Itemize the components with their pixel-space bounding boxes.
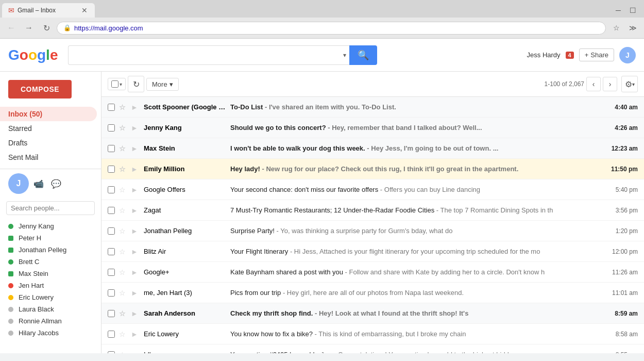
user-mini-avatar[interactable]: J	[8, 173, 29, 194]
search-input[interactable]	[68, 45, 349, 65]
settings-button[interactable]: ⚙ ▾	[621, 76, 638, 92]
table-row[interactable]: ☆ ► Jenny Kang Should we go to this conc…	[101, 118, 644, 138]
important-icon[interactable]: ►	[129, 308, 140, 319]
star-icon[interactable]: ☆	[117, 185, 127, 195]
important-icon[interactable]: ►	[129, 143, 140, 154]
sidebar: COMPOSE Inbox (50) Starred Drafts Sent M…	[0, 72, 101, 353]
important-icon[interactable]: ►	[129, 205, 140, 216]
sidebar-item-drafts[interactable]: Drafts	[0, 136, 97, 150]
important-icon[interactable]: ►	[129, 123, 140, 133]
tab-close-button[interactable]: ✕	[80, 6, 89, 14]
row-checkbox[interactable]	[108, 227, 115, 235]
select-all-checkbox-wrap[interactable]: ▾	[108, 78, 126, 90]
row-checkbox[interactable]	[108, 166, 115, 173]
table-row[interactable]: ☆ ► Emily Million Hey lady! - New rug fo…	[101, 159, 644, 179]
row-checkbox[interactable]	[108, 145, 115, 152]
table-row[interactable]: ☆ ► Jonathan Pelleg Surprise Party! - Yo…	[101, 221, 644, 241]
star-icon[interactable]: ☆	[117, 329, 127, 339]
table-row[interactable]: ☆ ► Sarah Anderson Check my thrift shop …	[101, 303, 644, 324]
star-icon[interactable]: ☆	[117, 308, 127, 319]
reload-button[interactable]: ↻	[39, 21, 54, 35]
important-icon[interactable]: ►	[129, 267, 140, 277]
compose-button[interactable]: COMPOSE	[8, 80, 72, 99]
row-checkbox[interactable]	[108, 186, 115, 193]
star-icon[interactable]: ☆	[117, 226, 127, 236]
back-button[interactable]: ←	[4, 21, 19, 35]
row-checkbox[interactable]	[108, 351, 115, 354]
row-checkbox[interactable]	[108, 104, 115, 111]
hangout-button[interactable]: 💬	[48, 176, 64, 191]
star-icon[interactable]: ☆	[117, 164, 127, 174]
next-page-button[interactable]: ›	[603, 77, 617, 91]
important-icon[interactable]: ►	[129, 164, 140, 174]
contact-item[interactable]: Jenny Kang	[0, 220, 101, 232]
table-row[interactable]: ☆ ► Eric Lowery You know how to fix a bi…	[101, 324, 644, 344]
row-checkbox[interactable]	[108, 207, 115, 214]
search-button[interactable]: 🔍	[349, 45, 377, 65]
important-icon[interactable]: ►	[129, 185, 140, 195]
table-row[interactable]: ☆ ► Google Offers Your second chance: do…	[101, 179, 644, 200]
user-avatar[interactable]: J	[619, 47, 636, 63]
notification-badge[interactable]: 4	[566, 52, 574, 59]
minimize-button[interactable]: ─	[611, 3, 625, 18]
important-icon[interactable]: ►	[129, 247, 140, 257]
table-row[interactable]: ☆ ► Idbay Your auction #3405 has sold - …	[101, 344, 644, 353]
select-all-checkbox[interactable]	[111, 80, 118, 88]
sidebar-item-sent[interactable]: Sent Mail	[0, 150, 97, 165]
star-icon[interactable]: ☆	[117, 247, 127, 257]
sidebar-item-inbox[interactable]: Inbox (50)	[0, 107, 97, 121]
refresh-button[interactable]: ↻	[128, 76, 144, 92]
sidebar-nav: Inbox (50) Starred Drafts Sent Mail	[0, 107, 101, 165]
active-tab[interactable]: ✉ Gmail – Inbox ✕	[2, 3, 95, 18]
important-icon[interactable]: ►	[129, 329, 140, 339]
forward-button[interactable]: →	[22, 21, 36, 35]
row-checkbox[interactable]	[108, 310, 115, 317]
table-row[interactable]: ☆ ► me, Jen Hart (3) Pics from our trip …	[101, 283, 644, 303]
more-button[interactable]: More ▾	[146, 78, 179, 91]
star-icon[interactable]: ☆	[117, 288, 127, 298]
search-people-input[interactable]	[6, 201, 95, 215]
star-icon[interactable]: ☆	[117, 123, 127, 133]
contact-item[interactable]: Eric Lowery	[0, 291, 101, 303]
search-dropdown-icon[interactable]: ▾	[343, 52, 346, 59]
row-checkbox[interactable]	[108, 331, 115, 338]
video-call-button[interactable]: 📹	[31, 176, 46, 191]
table-row[interactable]: ☆ ► Scott Spooner (Google Dr. To-Do List…	[101, 97, 644, 118]
important-icon[interactable]: ►	[129, 102, 140, 112]
contact-item[interactable]: Hilary Jacobs	[0, 327, 101, 339]
share-button[interactable]: + Share	[579, 48, 614, 61]
row-checkbox[interactable]	[108, 269, 115, 276]
star-icon[interactable]: ☆	[117, 143, 127, 154]
contact-item[interactable]: Brett C	[0, 256, 101, 268]
table-row[interactable]: ☆ ► Max Stein I won't be able to walk yo…	[101, 138, 644, 159]
star-icon[interactable]: ☆	[117, 267, 127, 277]
star-icon[interactable]: ☆	[117, 350, 127, 354]
row-checkbox[interactable]	[108, 124, 115, 132]
contact-item[interactable]: Max Stein	[0, 268, 101, 280]
maximize-button[interactable]: ☐	[625, 3, 640, 18]
subject: Check my thrift shop find.	[230, 309, 313, 317]
table-row[interactable]: ☆ ► Zagat 7 Must-Try Romantic Restaurant…	[101, 200, 644, 221]
table-row[interactable]: ☆ ► Google+ Kate Baynham shared a post w…	[101, 262, 644, 283]
table-row[interactable]: ☆ ► Blitz Air Your Flight Itinerary - Hi…	[101, 241, 644, 262]
row-checkbox[interactable]	[108, 289, 115, 297]
select-dropdown-icon[interactable]: ▾	[120, 81, 122, 87]
contact-item[interactable]: Laura Black	[0, 303, 101, 315]
important-icon[interactable]: ►	[129, 288, 140, 298]
email-time: 4:40 am	[607, 104, 638, 111]
important-icon[interactable]: ►	[129, 350, 140, 354]
important-icon[interactable]: ►	[129, 226, 140, 236]
sidebar-item-starred[interactable]: Starred	[0, 121, 97, 136]
preview: - Hey! Look at what I found at the thrif…	[315, 309, 468, 317]
star-icon[interactable]: ☆	[117, 205, 127, 216]
star-icon[interactable]: ☆	[117, 102, 127, 112]
row-checkbox[interactable]	[108, 248, 115, 255]
contact-item[interactable]: Peter H	[0, 232, 101, 244]
url-bar[interactable]: 🔒 https://mail.google.com	[57, 22, 606, 35]
bookmark-button[interactable]: ☆	[609, 21, 623, 35]
more-nav-button[interactable]: ≫	[625, 21, 640, 35]
contact-item[interactable]: Jen Hart	[0, 280, 101, 291]
contact-item[interactable]: Jonathan Pelleg	[0, 244, 101, 256]
prev-page-button[interactable]: ‹	[586, 77, 601, 91]
contact-item[interactable]: Ronnie Allman	[0, 315, 101, 327]
